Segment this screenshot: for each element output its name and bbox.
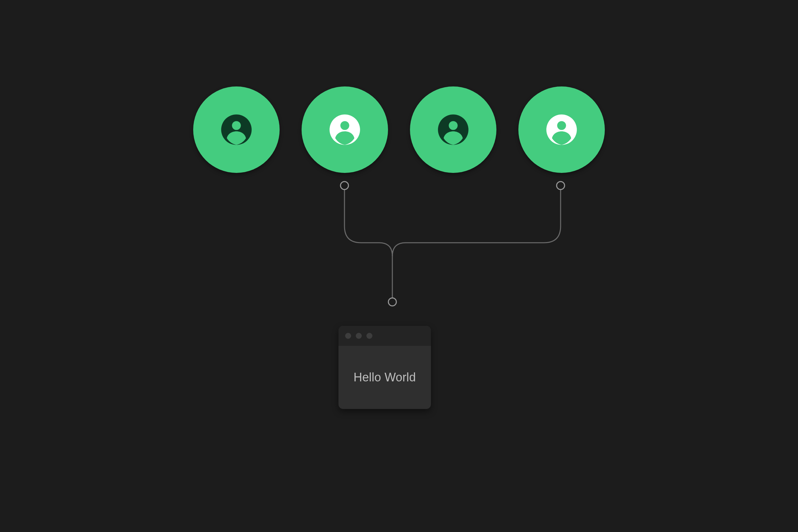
svg-point-11	[449, 121, 458, 130]
svg-point-7	[232, 121, 241, 130]
person-icon	[545, 113, 578, 146]
svg-point-4	[557, 182, 565, 190]
diagram-canvas: Hello World	[0, 0, 798, 532]
connector-lines	[0, 0, 798, 532]
window-titlebar	[339, 326, 431, 346]
person-icon	[220, 113, 253, 146]
avatar-node-3[interactable]	[410, 87, 496, 173]
avatar-node-2[interactable]	[302, 87, 388, 173]
traffic-light-dot	[366, 333, 373, 339]
person-icon	[328, 113, 361, 146]
person-icon	[437, 113, 470, 146]
avatar-row	[0, 87, 798, 173]
browser-window-node[interactable]: Hello World	[339, 326, 431, 409]
window-body: Hello World	[339, 346, 431, 409]
traffic-light-dot	[356, 333, 362, 339]
avatar-node-4[interactable]	[518, 87, 605, 173]
svg-point-13	[557, 121, 566, 130]
svg-point-5	[388, 298, 396, 306]
svg-point-9	[341, 121, 349, 130]
avatar-node-1[interactable]	[193, 87, 280, 173]
window-content-text: Hello World	[354, 370, 416, 384]
traffic-light-dot	[345, 333, 351, 339]
svg-point-3	[341, 182, 348, 190]
